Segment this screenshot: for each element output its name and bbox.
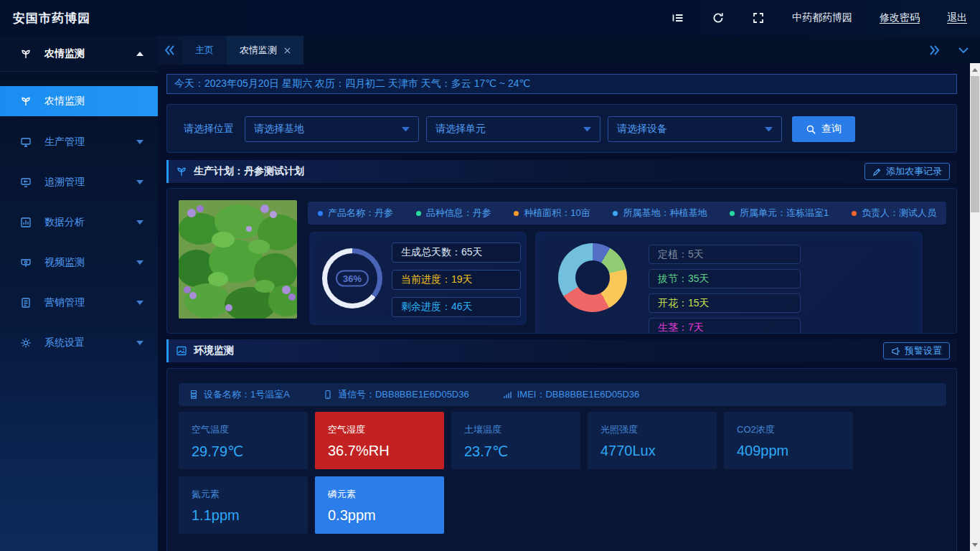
- bar-chart-icon: [20, 217, 32, 228]
- stage-box: 开花：15天: [649, 293, 801, 313]
- chevron-double-right-icon[interactable]: [928, 45, 940, 55]
- sensor-card-light[interactable]: 光照强度 4770Lux: [588, 412, 717, 469]
- caret-down-icon: [136, 260, 143, 265]
- sidebar-item-production[interactable]: 生产管理: [0, 128, 158, 156]
- sidebar-group-agri-monitor[interactable]: 农情监测: [0, 36, 158, 72]
- filter-panel: 请选择位置 请选择基地 请选择单元 请选择设备 查询: [166, 104, 957, 153]
- chevron-double-left-icon[interactable]: [158, 36, 182, 65]
- progress-badge: 36%: [336, 270, 369, 287]
- location-label: 请选择位置: [184, 123, 234, 136]
- sidebar-item-label: 视频监测: [44, 256, 136, 269]
- top-header: 安国市药博园 中药都药博园 修改密码 退出: [0, 0, 980, 36]
- close-icon[interactable]: [284, 47, 291, 54]
- sensor-value: 1.1ppm: [192, 507, 308, 524]
- sidebar-item-label: 生产管理: [44, 136, 136, 149]
- sensor-card-soil-temp[interactable]: 土壤温度 23.7℃: [451, 412, 580, 469]
- alert-settings-button[interactable]: 预警设置: [883, 342, 950, 359]
- tab-agri-monitor[interactable]: 农情监测: [227, 36, 303, 65]
- add-farm-record-label: 添加农事记录: [886, 165, 942, 178]
- sprout-icon: [20, 95, 32, 107]
- sidebar-item-label: 农情监测: [44, 95, 158, 108]
- info-manager: 负责人：测试人员: [852, 207, 936, 220]
- env-panel: 设备名称：1号温室A 通信号：DBB8BBE1E6D05D36 IMEI：DBB…: [166, 368, 957, 551]
- sensor-value: 23.7℃: [464, 443, 580, 460]
- caret-up-icon: [136, 52, 143, 56]
- monitor-icon: [20, 136, 32, 148]
- sensor-card-air-humidity[interactable]: 空气湿度 36.7%RH: [315, 412, 444, 469]
- plan-info-strip: 产品名称：丹参 品种信息：丹参 种植面积：10亩 所属基地：种植基地 所属单元：…: [308, 202, 946, 225]
- refresh-icon[interactable]: [712, 11, 725, 24]
- pencil-icon: [872, 167, 882, 176]
- sensor-value: 4770Lux: [600, 443, 717, 459]
- sidebar-item-settings[interactable]: 系统设置: [0, 329, 158, 357]
- sprout-icon: [20, 48, 32, 60]
- plan-section-header: 生产计划：丹参测试计划 添加农事记录: [166, 160, 957, 183]
- sensor-value: 0.3ppm: [328, 507, 444, 524]
- app-title: 安国市药博园: [13, 10, 90, 27]
- megaphone-icon: [891, 347, 900, 356]
- scroll-down-arrow-icon[interactable]: [970, 540, 980, 550]
- caret-down-icon: [136, 220, 143, 225]
- dot-icon: [416, 211, 421, 216]
- sensor-label: CO2浓度: [737, 423, 853, 436]
- unit-select[interactable]: 请选择单元: [426, 116, 600, 142]
- sensor-card-co2[interactable]: CO2浓度 409ppm: [724, 412, 853, 469]
- stage-box: 定植：5天: [649, 245, 801, 264]
- image-icon: [176, 345, 187, 357]
- vertical-scrollbar[interactable]: [970, 63, 980, 551]
- sidebar-group-label: 农情监测: [44, 47, 136, 60]
- dot-icon: [852, 211, 857, 216]
- sensor-card-air-temp[interactable]: 空气温度 29.79℃: [179, 412, 308, 469]
- sensor-label: 土壤温度: [464, 423, 580, 436]
- base-select-value: 请选择基地: [254, 123, 304, 136]
- app-frame: 安国市药博园 中药都药博园 修改密码 退出 农情监测: [0, 0, 980, 551]
- tab-home-label: 主页: [195, 44, 214, 57]
- fullscreen-icon[interactable]: [752, 11, 765, 24]
- dot-icon: [613, 211, 618, 216]
- sidebar-item-label: 营销管理: [44, 296, 136, 309]
- sensor-value: 29.79℃: [192, 443, 308, 460]
- device-select[interactable]: 请选择设备: [608, 116, 782, 142]
- change-password-link[interactable]: 修改密码: [880, 11, 920, 24]
- sidebar-item-marketing[interactable]: 营销管理: [0, 288, 158, 317]
- sidebar-item-agri-monitor[interactable]: 农情监测: [0, 86, 158, 116]
- add-farm-record-button[interactable]: 添加农事记录: [864, 163, 950, 180]
- device-select-value: 请选择设备: [617, 123, 667, 136]
- sprout-icon: [176, 166, 187, 177]
- sensor-label: 光照强度: [600, 423, 717, 436]
- plan-panel: 产品名称：丹参 品种信息：丹参 种植面积：10亩 所属基地：种植基地 所属单元：…: [166, 188, 957, 334]
- base-select[interactable]: 请选择基地: [245, 116, 419, 142]
- sidebar-item-trace[interactable]: 追溯管理: [0, 168, 158, 197]
- sensor-label: 空气湿度: [328, 423, 444, 436]
- alert-settings-label: 预警设置: [905, 344, 942, 357]
- tab-home[interactable]: 主页: [182, 36, 227, 65]
- main-content: 今天：2023年05月20日 星期六 农历：四月初二 天津市 天气：多云 17℃…: [158, 65, 970, 551]
- sidebar-item-video[interactable]: 视频监测: [0, 248, 158, 277]
- tab-current-label: 农情监测: [240, 44, 277, 57]
- scroll-up-arrow-icon[interactable]: [970, 65, 980, 75]
- sensor-card-nitrogen[interactable]: 氮元素 1.1ppm: [179, 476, 308, 534]
- document-icon: [20, 297, 32, 309]
- dot-icon: [730, 211, 735, 216]
- current-days-box: 当前进度：19天: [392, 270, 521, 290]
- stage-donut: [558, 243, 627, 312]
- log-icon[interactable]: [672, 11, 684, 24]
- sensor-label: 空气温度: [192, 423, 308, 436]
- query-button[interactable]: 查询: [792, 116, 855, 142]
- sidebar-item-data-analysis[interactable]: 数据分析: [0, 208, 158, 237]
- sensor-card-phosphorus[interactable]: 磷元素 0.3ppm: [315, 476, 444, 534]
- header-actions: 中药都药博园 修改密码 退出: [672, 0, 980, 36]
- org-name: 中药都药博园: [792, 11, 852, 24]
- tab-controls: [928, 45, 980, 55]
- sensor-cards: 空气温度 29.79℃ 空气湿度 36.7%RH 土壤温度 23.7℃ 光照强度…: [179, 412, 946, 534]
- chevron-down-icon[interactable]: [958, 47, 969, 53]
- sidebar: 农情监测 农情监测 生产管理 追溯管理: [0, 36, 158, 551]
- sensor-value: 409ppm: [737, 443, 853, 459]
- info-area: 种植面积：10亩: [514, 207, 590, 220]
- info-unit: 所属单元：连栋温室1: [730, 207, 829, 220]
- scrollbar-thumb[interactable]: [971, 76, 979, 212]
- logout-link[interactable]: 退出: [947, 11, 967, 24]
- stage-box: 生茎：7天: [649, 318, 801, 334]
- total-days-box: 生成总天数：65天: [392, 242, 521, 263]
- sensor-label: 氮元素: [192, 488, 308, 501]
